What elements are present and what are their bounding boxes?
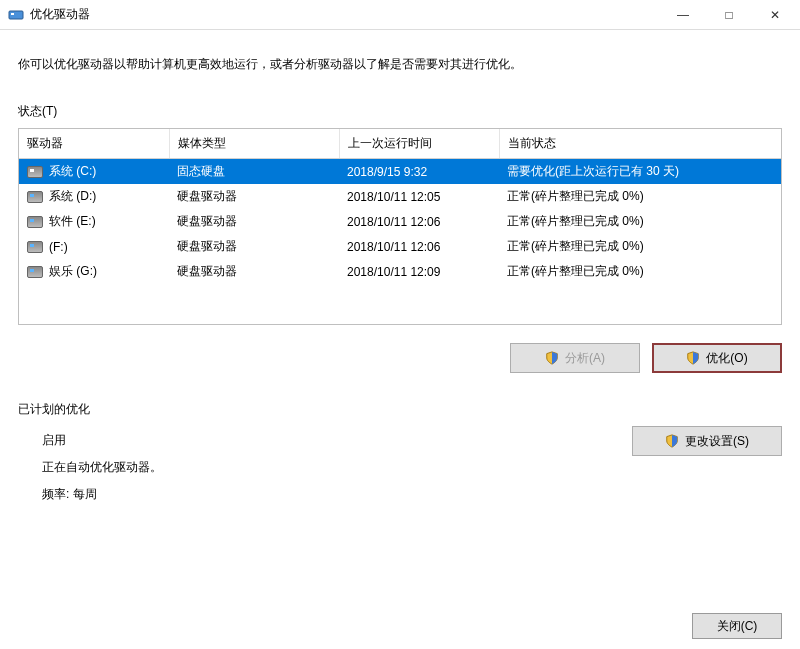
change-settings-label: 更改设置(S) — [685, 433, 749, 450]
drive-status: 正常(碎片整理已完成 0%) — [499, 234, 781, 259]
status-label: 状态(T) — [18, 103, 782, 120]
drive-last-run: 2018/10/11 12:06 — [339, 234, 499, 259]
column-header-drive[interactable]: 驱动器 — [19, 129, 169, 159]
title-bar: 优化驱动器 — □ ✕ — [0, 0, 800, 30]
drive-icon — [27, 191, 43, 203]
drive-table: 驱动器 媒体类型 上一次运行时间 当前状态 系统 (C:)固态硬盘2018/9/… — [19, 129, 781, 284]
svg-rect-1 — [11, 13, 14, 15]
window-title: 优化驱动器 — [30, 6, 90, 23]
table-row[interactable]: 软件 (E:)硬盘驱动器2018/10/11 12:06正常(碎片整理已完成 0… — [19, 209, 781, 234]
shield-icon — [686, 351, 700, 365]
shield-icon — [545, 351, 559, 365]
drive-name: 系统 (D:) — [49, 188, 96, 205]
minimize-button[interactable]: — — [660, 0, 706, 30]
close-button[interactable]: 关闭(C) — [692, 613, 782, 639]
drive-list-box: 驱动器 媒体类型 上一次运行时间 当前状态 系统 (C:)固态硬盘2018/9/… — [18, 128, 782, 325]
column-header-status[interactable]: 当前状态 — [499, 129, 781, 159]
optimize-button-label: 优化(O) — [706, 350, 747, 367]
drive-media: 硬盘驱动器 — [169, 259, 339, 284]
drive-last-run: 2018/10/11 12:09 — [339, 259, 499, 284]
app-icon — [8, 7, 24, 23]
drive-name: 软件 (E:) — [49, 213, 96, 230]
column-header-last-run[interactable]: 上一次运行时间 — [339, 129, 499, 159]
close-window-button[interactable]: ✕ — [752, 0, 798, 30]
drive-status: 正常(碎片整理已完成 0%) — [499, 259, 781, 284]
table-row[interactable]: (F:)硬盘驱动器2018/10/11 12:06正常(碎片整理已完成 0%) — [19, 234, 781, 259]
change-settings-button[interactable]: 更改设置(S) — [632, 426, 782, 456]
drive-name: 娱乐 (G:) — [49, 263, 97, 280]
table-row[interactable]: 娱乐 (G:)硬盘驱动器2018/10/11 12:09正常(碎片整理已完成 0… — [19, 259, 781, 284]
maximize-button[interactable]: □ — [706, 0, 752, 30]
scheduled-line1: 正在自动优化驱动器。 — [42, 459, 632, 476]
drive-media: 硬盘驱动器 — [169, 234, 339, 259]
drive-icon — [27, 216, 43, 228]
description-text: 你可以优化驱动器以帮助计算机更高效地运行，或者分析驱动器以了解是否需要对其进行优… — [18, 56, 782, 73]
column-header-media[interactable]: 媒体类型 — [169, 129, 339, 159]
drive-status: 需要优化(距上次运行已有 30 天) — [499, 159, 781, 185]
drive-last-run: 2018/9/15 9:32 — [339, 159, 499, 185]
scheduled-line2: 频率: 每周 — [42, 486, 632, 503]
drive-icon — [27, 166, 43, 178]
analyze-button[interactable]: 分析(A) — [510, 343, 640, 373]
shield-icon — [665, 434, 679, 448]
drive-status: 正常(碎片整理已完成 0%) — [499, 184, 781, 209]
drive-media: 固态硬盘 — [169, 159, 339, 185]
drive-last-run: 2018/10/11 12:06 — [339, 209, 499, 234]
drive-last-run: 2018/10/11 12:05 — [339, 184, 499, 209]
optimize-button[interactable]: 优化(O) — [652, 343, 782, 373]
scheduled-enabled-label: 启用 — [42, 432, 632, 449]
drive-name: 系统 (C:) — [49, 163, 96, 180]
analyze-button-label: 分析(A) — [565, 350, 605, 367]
scheduled-heading: 已计划的优化 — [18, 401, 782, 418]
table-row[interactable]: 系统 (D:)硬盘驱动器2018/10/11 12:05正常(碎片整理已完成 0… — [19, 184, 781, 209]
drive-icon — [27, 266, 43, 278]
drive-media: 硬盘驱动器 — [169, 184, 339, 209]
drive-icon — [27, 241, 43, 253]
drive-name: (F:) — [49, 240, 68, 254]
drive-media: 硬盘驱动器 — [169, 209, 339, 234]
drive-status: 正常(碎片整理已完成 0%) — [499, 209, 781, 234]
table-row[interactable]: 系统 (C:)固态硬盘2018/9/15 9:32需要优化(距上次运行已有 30… — [19, 159, 781, 185]
